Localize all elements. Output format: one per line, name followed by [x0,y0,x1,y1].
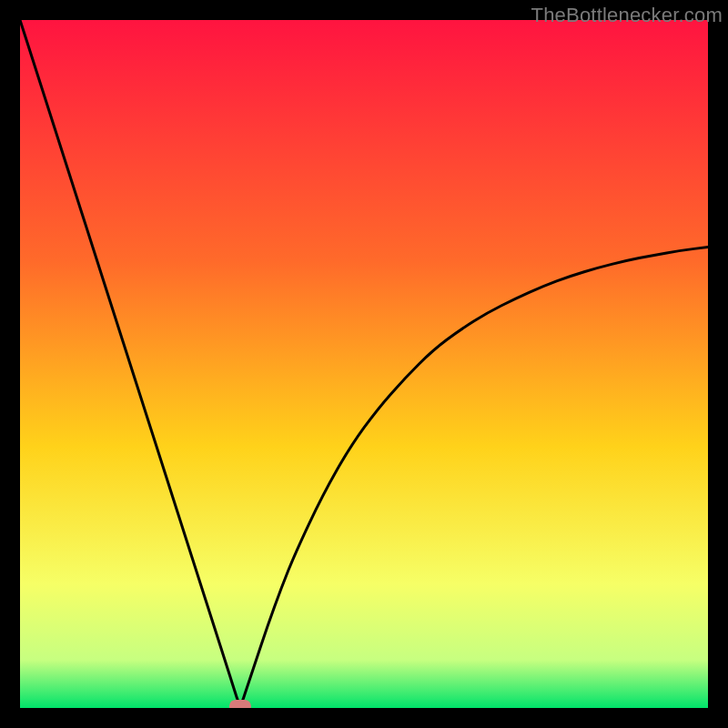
gradient-background [20,20,708,708]
watermark-text: TheBottlenecker.com [531,4,723,27]
bottleneck-chart [20,20,708,708]
optimum-marker [229,700,251,708]
chart-frame [20,20,708,708]
